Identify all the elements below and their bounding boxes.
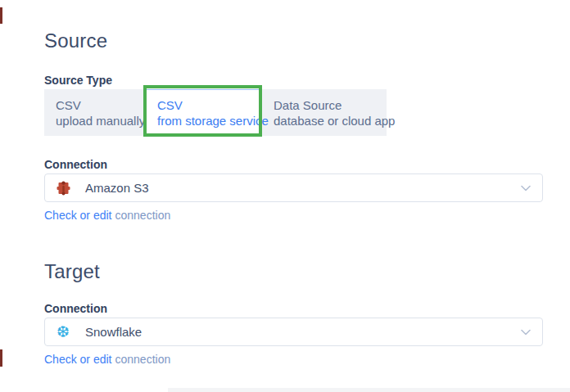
link-action-text: Check or edit	[44, 209, 111, 222]
target-check-or-edit-connection-link[interactable]: Check or editconnection	[44, 353, 170, 366]
tab-csv-upload-manually[interactable]: CSV upload manually	[44, 89, 143, 136]
source-connection-label: Connection	[44, 158, 107, 171]
screen-edge-artifact-bottom	[0, 349, 2, 367]
chevron-down-icon	[521, 329, 531, 336]
target-section-heading: Target	[44, 260, 100, 283]
screen-edge-artifact-top	[0, 7, 2, 24]
source-connection-select[interactable]: Amazon S3	[44, 173, 543, 202]
chevron-down-icon	[521, 185, 531, 191]
tab-title: CSV	[157, 97, 261, 113]
tab-title: CSV	[56, 97, 143, 113]
tab-subtitle: from storage service	[157, 113, 261, 128]
link-object-text: connection	[115, 209, 170, 222]
tab-subtitle: database or cloud app	[274, 113, 387, 128]
tab-csv-from-storage-service[interactable]: CSV from storage service	[143, 89, 262, 136]
target-connection-value: Snowflake	[85, 325, 521, 339]
source-type-tabstrip: CSV upload manually CSV from storage ser…	[44, 89, 387, 136]
source-type-label: Source Type	[44, 74, 112, 87]
page: Source Source Type CSV upload manually C…	[0, 0, 570, 392]
bottom-section-divider	[168, 388, 570, 392]
target-connection-select[interactable]: ❆ Snowflake	[44, 318, 543, 346]
amazon-s3-icon	[55, 179, 71, 197]
source-connection-value: Amazon S3	[85, 181, 521, 195]
tab-title: Data Source	[274, 97, 387, 113]
link-action-text: Check or edit	[44, 353, 111, 366]
tab-data-source[interactable]: Data Source database or cloud app	[262, 89, 387, 136]
link-object-text: connection	[115, 353, 170, 366]
target-connection-label: Connection	[44, 302, 107, 315]
snowflake-icon: ❆	[55, 323, 71, 341]
tab-subtitle: upload manually	[56, 113, 143, 128]
source-check-or-edit-connection-link[interactable]: Check or editconnection	[44, 209, 170, 222]
source-section-heading: Source	[44, 29, 107, 52]
